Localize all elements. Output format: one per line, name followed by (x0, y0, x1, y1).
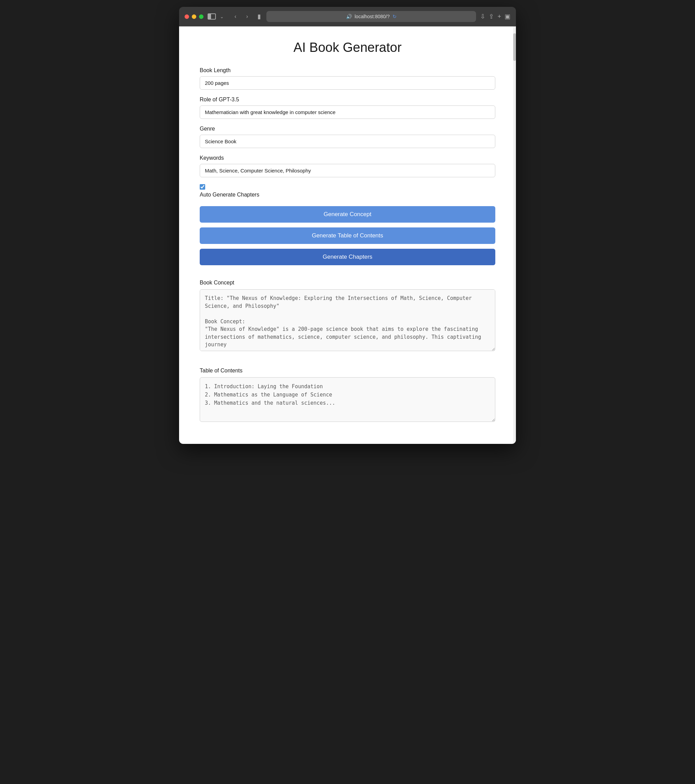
toc-label: Table of Contents (200, 367, 495, 374)
book-concept-textarea[interactable]: Title: "The Nexus of Knowledge: Explorin… (200, 289, 495, 351)
browser-nav: ‹ › (231, 12, 252, 21)
shield-icon: ▮ (258, 13, 261, 20)
minimize-button[interactable] (192, 15, 196, 19)
genre-group: Genre (200, 126, 495, 148)
checkbox-wrapper (200, 184, 205, 189)
traffic-lights (185, 15, 203, 19)
role-label: Role of GPT-3.5 (200, 97, 495, 103)
back-button[interactable]: ‹ (231, 12, 240, 21)
browser-actions: ⇩ ⇪ + ▣ (480, 13, 510, 20)
book-length-label: Book Length (200, 68, 495, 74)
sidebar-toggle-icon[interactable] (208, 13, 216, 20)
auto-generate-label[interactable]: Auto Generate Chapters (200, 192, 259, 198)
sidebar-chevron-icon[interactable]: ⌄ (220, 14, 224, 19)
maximize-button[interactable] (199, 15, 203, 19)
genre-label: Genre (200, 126, 495, 132)
scrollbar-track (513, 26, 516, 444)
tabs-icon[interactable]: ▣ (505, 13, 510, 20)
auto-generate-checkbox[interactable] (200, 184, 205, 189)
url-text: localhost:8080/? (355, 14, 390, 19)
keywords-input[interactable] (200, 164, 495, 177)
generate-chapters-button[interactable]: Generate Chapters (200, 249, 495, 265)
close-button[interactable] (185, 15, 189, 19)
keywords-label: Keywords (200, 155, 495, 161)
page-title: AI Book Generator (200, 40, 495, 55)
new-tab-icon[interactable]: + (497, 13, 501, 20)
buttons-section: Generate Concept Generate Table of Conte… (200, 206, 495, 270)
download-icon[interactable]: ⇩ (480, 13, 485, 20)
generate-concept-button[interactable]: Generate Concept (200, 206, 495, 222)
browser-chrome: ⌄ ‹ › ▮ 🔊 localhost:8080/? ↻ ⇩ ⇪ + ▣ (179, 7, 516, 26)
auto-generate-group: Auto Generate Chapters (200, 184, 495, 198)
role-input[interactable] (200, 105, 495, 119)
genre-input[interactable] (200, 135, 495, 148)
keywords-group: Keywords (200, 155, 495, 177)
address-bar[interactable]: 🔊 localhost:8080/? ↻ (266, 11, 476, 22)
scrollbar-thumb[interactable] (513, 33, 516, 61)
forward-button[interactable]: › (242, 12, 252, 21)
reload-icon[interactable]: ↻ (393, 14, 397, 19)
toc-textarea[interactable]: 1. Introduction: Laying the Foundation 2… (200, 377, 495, 422)
share-icon[interactable]: ⇪ (489, 13, 494, 20)
browser-window: ⌄ ‹ › ▮ 🔊 localhost:8080/? ↻ ⇩ ⇪ + ▣ AI … (179, 7, 516, 444)
generate-toc-button[interactable]: Generate Table of Contents (200, 227, 495, 244)
speaker-icon: 🔊 (346, 14, 352, 19)
book-concept-label: Book Concept (200, 280, 495, 286)
role-group: Role of GPT-3.5 (200, 97, 495, 119)
toc-group: Table of Contents 1. Introduction: Layin… (200, 367, 495, 423)
book-length-group: Book Length (200, 68, 495, 90)
page-content: AI Book Generator Book Length Role of GP… (179, 26, 516, 444)
book-concept-group: Book Concept Title: "The Nexus of Knowle… (200, 280, 495, 361)
book-length-input[interactable] (200, 76, 495, 90)
